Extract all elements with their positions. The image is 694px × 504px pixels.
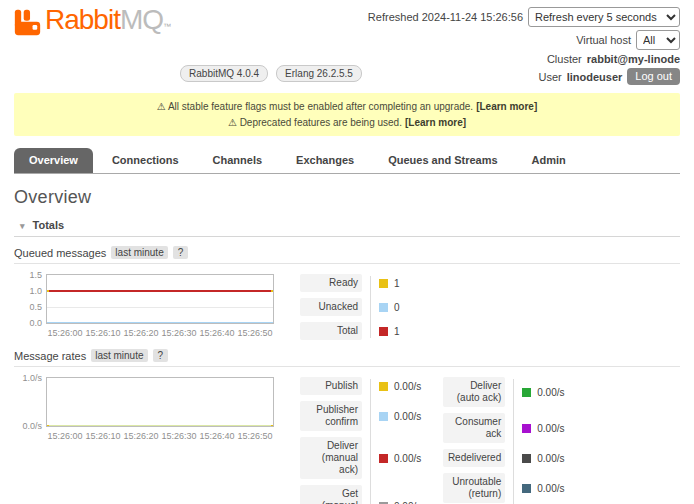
y-tick-label: 0.0/s (22, 421, 42, 431)
rates-help-icon[interactable]: ? (153, 349, 169, 362)
legend-label: Unroutable (return) (443, 473, 505, 503)
legend-label: Publisher confirm (300, 401, 362, 431)
legend-row-deliver-manual-ack: Deliver (manual ack)0.00/s (300, 437, 421, 479)
refreshed-timestamp: Refreshed 2024-11-24 15:26:56 (368, 11, 523, 23)
legend-row-unroutable-return: Unroutable (return)0.00/s (443, 473, 564, 503)
chart-x-axis: 15:26:0015:26:1015:26:2015:26:3015:26:40… (46, 328, 274, 340)
message-rates-header: Message rates last minute ? (14, 349, 680, 367)
legend-swatch-publish-icon (379, 382, 388, 391)
user-label: User (538, 71, 561, 83)
x-tick-label: 15:26:00 (47, 431, 82, 441)
x-tick-label: 15:26:10 (85, 431, 120, 441)
tab-overview[interactable]: Overview (14, 148, 93, 173)
legend-swatch-publisher-confirm-icon (379, 412, 388, 421)
x-tick-label: 15:26:40 (199, 431, 234, 441)
legend-value: 1 (394, 326, 400, 337)
legend-swatch-total-icon (379, 327, 388, 336)
legend-row-total: Total1 (300, 322, 400, 340)
learn-more-link-deprecated[interactable]: [Learn more] (405, 117, 466, 128)
virtual-host-select[interactable]: All (636, 30, 680, 50)
message-rates-legend-left: Publish0.00/sPublisher confirm0.00/sDeli… (300, 377, 421, 504)
legend-label: Deliver (manual ack) (300, 437, 362, 479)
page-title: Overview (14, 187, 680, 208)
legend-swatch-ready-icon (379, 279, 388, 288)
legend-value: 0.00/s (394, 411, 421, 422)
legend-value: 1 (394, 278, 400, 289)
legend-row-consumer-ack: Consumer ack0.00/s (443, 413, 564, 443)
queued-help-icon[interactable]: ? (173, 246, 189, 259)
rates-range-badge[interactable]: last minute (91, 349, 147, 362)
learn-more-link-feature-flags[interactable]: [Learn more] (476, 101, 537, 112)
banner-text: ⚠ Deprecated features are being used. (228, 117, 402, 128)
tab-channels[interactable]: Channels (198, 148, 278, 173)
legend-value: 0.00/s (394, 381, 421, 392)
y-tick-label: 0.5 (29, 302, 42, 312)
message-rates-legend-right: Deliver (auto ack)0.00/sConsumer ack0.00… (443, 377, 564, 504)
virtual-host-label: Virtual host (576, 34, 631, 46)
banner-line-deprecated: ⚠ Deprecated features are being used.[Le… (22, 115, 672, 131)
tab-connections[interactable]: Connections (97, 148, 194, 173)
series-line-total (49, 290, 271, 292)
legend-value: 0.00/s (394, 453, 421, 464)
legend-label: Get (manual ack) (300, 485, 362, 504)
totals-label: Totals (33, 219, 65, 231)
logo-wordmark: RabbitMQ™ (45, 5, 170, 36)
legend-row-deliver-auto-ack: Deliver (auto ack)0.00/s (443, 377, 564, 407)
queued-messages-chart: 1.51.00.50.0 15:26:0015:26:1015:26:2015:… (46, 274, 274, 340)
header-left: RabbitMQ™ RabbitMQ 4.0.4 Erlang 26.2.5.5 (14, 5, 362, 85)
version-badges: RabbitMQ 4.0.4 Erlang 26.2.5.5 (180, 65, 362, 82)
cluster-label: Cluster (547, 53, 582, 65)
x-tick-label: 15:26:50 (237, 328, 272, 338)
tab-queues-and-streams[interactable]: Queues and Streams (373, 148, 512, 173)
series-line-unacked (47, 322, 273, 323)
x-tick-label: 15:26:30 (161, 431, 196, 441)
erlang-version-badge: Erlang 26.2.5.5 (276, 65, 362, 82)
x-tick-label: 15:26:20 (123, 431, 158, 441)
x-tick-label: 15:26:50 (237, 431, 272, 441)
logout-button[interactable]: Log out (627, 68, 680, 85)
totals-section-toggle[interactable]: ▾Totals (14, 217, 680, 237)
message-rates-title: Message rates (14, 350, 86, 362)
legend-swatch-redelivered-icon (522, 454, 531, 463)
queued-messages-header: Queued messages last minute ? (14, 246, 680, 264)
legend-row-ready: Ready1 (300, 274, 400, 292)
x-tick-label: 15:26:40 (199, 328, 234, 338)
legend-row-redelivered: Redelivered0.00/s (443, 449, 564, 467)
x-tick-label: 15:26:20 (123, 328, 158, 338)
legend-label: Consumer ack (443, 413, 505, 443)
legend-row-publisher-confirm: Publisher confirm0.00/s (300, 401, 421, 431)
rabbitmq-version-badge: RabbitMQ 4.0.4 (180, 65, 268, 82)
legend-swatch-consumer-ack-icon (522, 424, 531, 433)
legend-value: 0.00/s (537, 453, 564, 464)
legend-row-publish: Publish0.00/s (300, 377, 421, 395)
banner-line-feature-flags: ⚠ All stable feature flags must be enabl… (22, 99, 672, 115)
tab-exchanges[interactable]: Exchanges (281, 148, 369, 173)
legend-value: 0.00/s (394, 501, 421, 504)
header-right: Refreshed 2024-11-24 15:26:56 Refresh ev… (368, 5, 680, 85)
legend-label: Total (300, 322, 362, 340)
legend-label: Redelivered (443, 449, 505, 467)
legend-label: Publish (300, 377, 362, 395)
rabbitmq-logo[interactable]: RabbitMQ™ (14, 5, 170, 85)
legend-swatch-unroutable-return-icon (522, 484, 531, 493)
x-tick-label: 15:26:10 (85, 328, 120, 338)
legend-value: 0.00/s (537, 387, 564, 398)
tab-admin[interactable]: Admin (517, 148, 581, 173)
x-tick-label: 15:26:00 (47, 328, 82, 338)
chart-plot-area: 1.0/s0.0/s (46, 377, 274, 427)
queued-range-badge[interactable]: last minute (111, 246, 167, 259)
banner-text: ⚠ All stable feature flags must be enabl… (157, 101, 473, 112)
chart-plot-area: 1.51.00.50.0 (46, 274, 274, 324)
main-nav-tabs: OverviewConnectionsChannelsExchangesQueu… (14, 148, 680, 174)
queued-messages-legend: Ready1Unacked0Total1 (300, 274, 400, 340)
legend-row-unacked: Unacked0 (300, 298, 400, 316)
chart-x-axis: 15:26:0015:26:1015:26:2015:26:3015:26:40… (46, 431, 274, 443)
legend-row-get-manual-ack: Get (manual ack)0.00/s (300, 485, 421, 504)
refresh-interval-select[interactable]: Refresh every 5 seconds (528, 7, 680, 27)
legend-value: 0 (394, 302, 400, 313)
feature-flags-warning-banner: ⚠ All stable feature flags must be enabl… (14, 93, 680, 136)
cluster-name: rabbit@my-linode (587, 53, 680, 65)
y-tick-label: 1.0/s (22, 373, 42, 383)
rabbitmq-overview-page: RabbitMQ™ RabbitMQ 4.0.4 Erlang 26.2.5.5… (0, 0, 694, 504)
rabbitmq-logo-icon (14, 9, 41, 36)
